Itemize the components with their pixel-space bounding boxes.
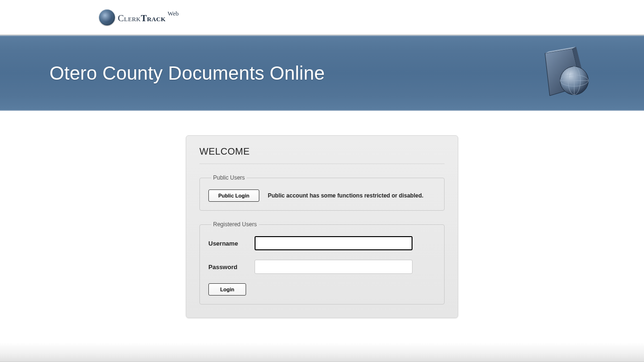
password-label: Password — [208, 263, 246, 271]
public-note: Public account has some functions restri… — [268, 192, 423, 199]
panel-title: WELCOME — [199, 146, 445, 164]
username-label: Username — [208, 240, 246, 247]
logo-text-track: Track — [141, 13, 166, 23]
banner: Otero County Documents Online — [0, 35, 644, 111]
folder-globe-icon — [536, 45, 592, 101]
welcome-panel: WELCOME Public Users Public Login Public… — [186, 135, 458, 318]
logo: ClerkTrack Web — [99, 9, 180, 25]
clerktrack-logo-icon — [99, 9, 115, 25]
content: WELCOME Public Users Public Login Public… — [0, 111, 644, 318]
page-title: Otero County Documents Online — [50, 63, 325, 84]
public-login-button[interactable]: Public Login — [208, 189, 259, 202]
password-input[interactable] — [255, 260, 413, 274]
logo-superscript: Web — [168, 10, 179, 17]
login-button[interactable]: Login — [208, 283, 246, 296]
logo-bar: ClerkTrack Web — [0, 0, 644, 35]
public-users-fieldset: Public Users Public Login Public account… — [199, 174, 445, 211]
footer-divider — [0, 342, 644, 362]
logo-text: ClerkTrack — [118, 13, 166, 24]
registered-users-fieldset: Registered Users Username Password Login — [199, 221, 445, 304]
public-users-legend: Public Users — [211, 174, 247, 181]
logo-text-clerk: Clerk — [118, 13, 141, 23]
username-input[interactable] — [255, 236, 413, 250]
registered-users-legend: Registered Users — [211, 221, 259, 228]
